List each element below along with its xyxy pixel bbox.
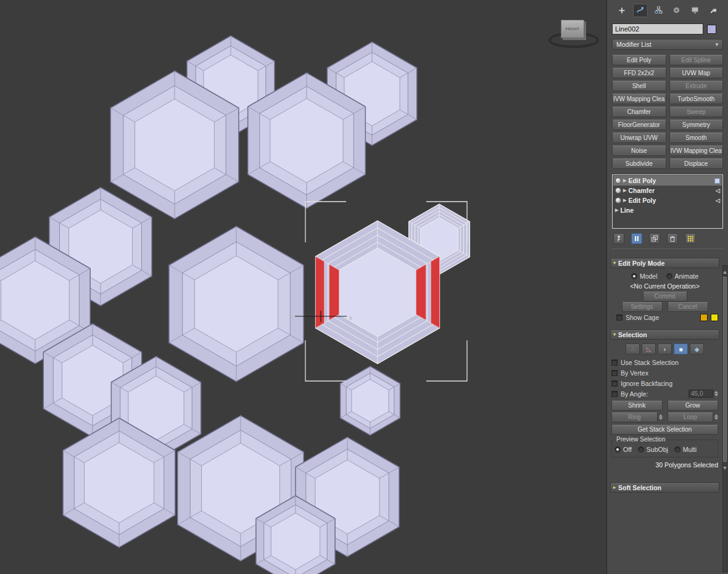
modifier-button-symmetry[interactable]: Symmetry [669,120,724,130]
modifier-button-uvw-map[interactable]: UVW Map [669,68,724,78]
animate-radio[interactable] [666,273,672,279]
stack-item-chamfer[interactable]: ▶ Chamfer ◁ [613,186,722,195]
tab-create[interactable] [614,4,629,17]
polygon-mode-icon[interactable]: ■ [674,343,688,355]
hexagon-tile[interactable] [341,366,400,435]
preview-subobj-radio[interactable] [638,446,644,453]
tab-display[interactable] [687,4,702,17]
preview-off-radio[interactable] [614,446,621,453]
commit-button[interactable]: Commit [643,292,687,301]
edge-mode-icon[interactable]: ◺ [642,343,656,355]
modifier-button-turbosmooth[interactable]: TurboSmooth [669,94,724,104]
object-color-swatch[interactable] [707,25,716,34]
modifier-button-ivw-mapping-clear[interactable]: IVW Mapping Clea [612,94,666,104]
show-end-result-button[interactable] [631,233,642,244]
modifier-visibility-icon[interactable] [615,197,621,203]
configure-modifier-sets-button[interactable] [685,233,696,244]
by-angle-spinner[interactable]: 45,0 [689,390,718,398]
viewport-front[interactable]: y x FRONT [0,0,606,574]
viewcube-front-face[interactable]: FRONT [561,20,584,38]
preview-selection-label: Preview Selection [614,436,667,443]
modifier-visibility-icon[interactable] [615,187,621,194]
by-vertex-checkbox[interactable] [611,370,618,376]
expand-arrow-icon[interactable]: ▶ [623,198,626,203]
selected-polygon-face[interactable] [416,264,426,320]
panel-scrollbar[interactable] [722,265,727,572]
rollout-open-icon: ▾ [613,332,616,337]
show-in-viewport-icon[interactable] [714,178,720,184]
tab-motion[interactable] [669,4,684,17]
selected-polygon-face[interactable] [431,256,439,328]
modifier-list-dropdown[interactable]: Modifier List ▼ [612,39,723,50]
settings-button[interactable]: Settings [622,302,663,312]
modifier-button-subdivide[interactable]: Subdivide [612,158,666,169]
border-mode-icon[interactable]: ◗ [658,343,672,355]
selected-polygon-face[interactable] [329,264,339,320]
ring-button[interactable]: Ring [611,412,658,422]
stack-item-edit-poly-mid[interactable]: ▶ Edit Poly ◁ [613,195,722,205]
rollout-header-soft-selection[interactable]: ▸ Soft Selection [610,482,719,493]
loop-button[interactable]: Loop [668,412,714,422]
modifier-button-chamfer[interactable]: Chamfer [612,107,666,117]
scroll-down-icon[interactable] [723,467,727,470]
viewcube[interactable]: FRONT [546,16,598,51]
preview-multi-radio[interactable] [674,446,680,453]
vertex-mode-icon[interactable]: ∴ [626,343,640,355]
by-angle-checkbox[interactable] [611,391,618,397]
object-name-field[interactable] [612,23,703,35]
get-stack-selection-button[interactable]: Get Stack Selection [611,425,718,435]
modifier-button-extrude[interactable]: Extrude [669,81,724,91]
cancel-button[interactable]: Cancel [668,302,708,312]
axis-x-label: x [349,314,352,321]
rollout-body-edit-poly-mode: Model Animate <No Current Operation> Com… [610,268,719,326]
modifier-button-sweep[interactable]: Sweep [669,107,724,117]
loop-spinner-icon[interactable] [714,414,718,420]
modifier-button-floorgenerator[interactable]: FloorGenerator [612,120,666,130]
shrink-button[interactable]: Shrink [611,401,663,411]
cage-color-swatch-2[interactable] [711,314,718,321]
modifier-button-displace[interactable]: Displace [669,158,724,169]
expand-arrow-icon[interactable]: ▶ [615,208,618,213]
ignore-backfacing-checkbox[interactable] [611,380,618,387]
expand-arrow-icon[interactable]: ▶ [623,178,626,183]
modifier-button-ivw-mapping-clear-2[interactable]: IVW Mapping Clea [669,146,724,156]
tab-utilities[interactable] [706,4,721,17]
panel-divider [612,248,723,249]
selected-polygon-face[interactable] [316,256,325,328]
tab-modify[interactable] [633,4,648,17]
spinner-arrows-icon[interactable] [714,391,718,396]
pin-stack-button[interactable] [613,233,624,244]
stack-item-line[interactable]: ▶ Line [613,205,722,215]
modifier-button-smooth[interactable]: Smooth [669,133,724,143]
scroll-up-icon[interactable] [723,271,727,274]
modifier-button-edit-poly[interactable]: Edit Poly [612,55,666,65]
cage-color-swatch-1[interactable] [700,314,708,321]
show-cage-label: Show Cage [626,314,659,321]
expand-arrow-icon[interactable]: ▶ [623,188,626,193]
tab-hierarchy[interactable] [651,4,666,17]
use-stack-selection-checkbox[interactable] [611,359,618,366]
modifier-button-unwrap-uvw[interactable]: Unwrap UVW [612,133,666,143]
remove-modifier-button[interactable] [667,233,678,244]
stack-item-label: Edit Poly [628,177,713,184]
rollout-header-edit-poly-mode[interactable]: ▾ Edit Poly Mode [610,258,719,268]
element-mode-icon[interactable]: ◆ [690,343,704,355]
object-name-row [607,18,728,36]
show-cage-checkbox[interactable] [616,314,623,321]
stack-item-edit-poly-top[interactable]: ▶ Edit Poly [613,176,722,186]
modifier-button-shell[interactable]: Shell [612,81,666,91]
modifier-button-edit-spline[interactable]: Edit Spline [669,55,724,65]
by-angle-value[interactable]: 45,0 [689,390,713,398]
modifier-visibility-icon[interactable] [615,178,621,184]
grow-button[interactable]: Grow [668,401,719,411]
trash-icon [669,235,676,242]
model-radio[interactable] [631,273,637,279]
modifier-button-noise[interactable]: Noise [612,146,666,156]
modifier-button-ffd-2x2x2[interactable]: FFD 2x2x2 [612,68,666,78]
make-unique-button[interactable] [649,233,660,244]
ring-spinner-icon[interactable] [659,414,663,420]
stack-toolbar [607,229,728,247]
scrollbar-thumb[interactable] [723,277,727,462]
hexagon-tile[interactable] [169,226,304,382]
rollout-header-selection[interactable]: ▾ Selection [610,329,719,340]
